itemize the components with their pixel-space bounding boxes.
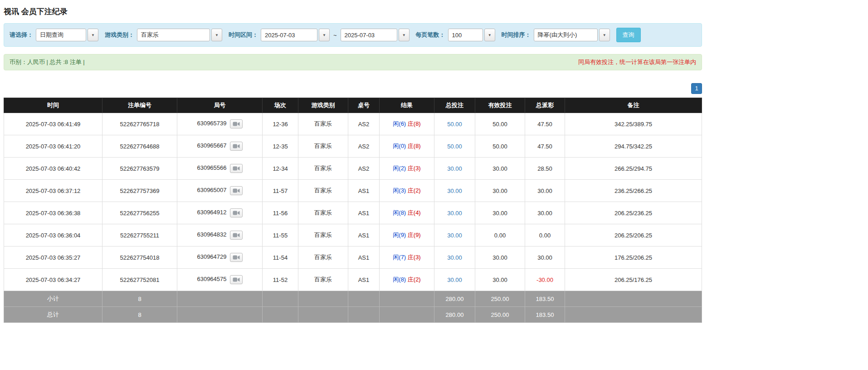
cell-total-bet: 50.00 <box>434 135 475 158</box>
cell-table-number: AS1 <box>348 224 380 247</box>
video-replay-button[interactable] <box>230 253 243 262</box>
cell-table-number: AS2 <box>348 135 380 158</box>
page-title: 视讯 会员下注纪录 <box>4 4 702 23</box>
result-banker: 庄(4) <box>408 209 421 216</box>
cell-table-number: AS2 <box>348 113 380 135</box>
cell-game-type: 百家乐 <box>298 202 348 224</box>
cell-round: 630965007 <box>177 180 263 202</box>
chevron-down-icon[interactable]: ▼ <box>484 29 495 41</box>
cell-table-number: AS1 <box>348 180 380 202</box>
cell-bet-id: 522627757369 <box>102 180 177 202</box>
total-bet-link[interactable]: 30.00 <box>447 276 462 283</box>
cell-game-type: 百家乐 <box>298 180 348 202</box>
page-button-1[interactable]: 1 <box>691 83 702 94</box>
video-replay-button[interactable] <box>230 231 243 240</box>
cell-result: 闲(2) 庄(3) <box>380 158 434 180</box>
cell-result: 闲(0) 庄(8) <box>380 135 434 158</box>
video-replay-button[interactable] <box>230 186 243 195</box>
cell-result: 闲(7) 庄(3) <box>380 247 434 269</box>
game-type-select[interactable]: 百家乐 ▼ <box>137 29 222 41</box>
chevron-down-icon[interactable]: ▼ <box>211 29 222 41</box>
total-bet-link[interactable]: 50.00 <box>447 121 462 128</box>
page-size-value[interactable]: 100 <box>448 29 483 41</box>
cell-time: 2025-07-03 06:34:27 <box>4 269 102 291</box>
cell-time: 2025-07-03 06:41:20 <box>4 135 102 158</box>
video-camera-icon <box>233 255 240 260</box>
date-from-picker[interactable]: 2025-07-03 ▼ <box>261 29 330 41</box>
total-bet-link[interactable]: 30.00 <box>447 210 462 217</box>
video-replay-button[interactable] <box>230 119 243 128</box>
cell-remark: 266.25/294.75 <box>565 158 702 180</box>
search-button[interactable]: 查询 <box>616 28 641 42</box>
date-to-picker[interactable]: 2025-07-03 ▼ <box>341 29 410 41</box>
summary-payout: 183.50 <box>525 291 565 307</box>
cell-payout: 30.00 <box>525 202 565 224</box>
cell-result: 闲(8) 庄(2) <box>380 269 434 291</box>
total-bet-link[interactable]: 50.00 <box>447 143 462 150</box>
cell-valid-bet: 30.00 <box>475 180 525 202</box>
date-to-value[interactable]: 2025-07-03 <box>341 29 397 41</box>
time-sort-select[interactable]: 降幂(由大到小) ▼ <box>534 29 610 41</box>
total-bet-link[interactable]: 30.00 <box>447 232 462 239</box>
cell-round: 630965566 <box>177 158 263 180</box>
result-player: 闲(3) <box>393 187 406 194</box>
result-banker: 庄(3) <box>408 165 421 172</box>
date-from-value[interactable]: 2025-07-03 <box>261 29 317 41</box>
summary-label: 总计 <box>4 307 102 323</box>
total-bet-link[interactable]: 30.00 <box>447 165 462 172</box>
cell-session: 12-34 <box>263 158 298 180</box>
page-size-group: 每页笔数： 100 ▼ <box>416 29 495 41</box>
summary-left-text: 币别：人民币 | 总共 :8 注单 | <box>10 58 85 66</box>
video-camera-icon <box>233 277 240 282</box>
time-sort-label: 时间排序： <box>502 31 531 39</box>
round-number: 630965667 <box>197 142 226 149</box>
page-size-select[interactable]: 100 ▼ <box>448 29 495 41</box>
result-banker: 庄(8) <box>408 143 421 149</box>
chevron-down-icon[interactable]: ▼ <box>88 29 98 41</box>
cell-session: 11-52 <box>263 269 298 291</box>
page-size-label: 每页笔数： <box>416 31 445 39</box>
table-header-row: 时间注单编号局号场次游戏类别桌号结果总投注有效投注总派彩备注 <box>4 98 702 113</box>
total-bet-link[interactable]: 30.00 <box>447 187 462 194</box>
video-replay-button[interactable] <box>230 164 243 173</box>
cell-valid-bet: 30.00 <box>475 247 525 269</box>
column-header: 局号 <box>177 98 263 113</box>
total-bet-link[interactable]: 30.00 <box>447 254 462 261</box>
round-number: 630965566 <box>197 164 226 171</box>
result-banker: 庄(9) <box>408 232 421 238</box>
cell-remark: 342.25/389.75 <box>565 113 702 135</box>
cell-result: 闲(6) 庄(8) <box>380 113 434 135</box>
query-type-select[interactable]: 日期查询 ▼ <box>36 29 98 41</box>
result-player: 闲(8) <box>393 209 406 216</box>
result-player: 闲(7) <box>393 254 406 261</box>
game-type-label: 游戏类别： <box>105 31 134 39</box>
cell-remark: 294.75/342.25 <box>565 135 702 158</box>
cell-valid-bet: 30.00 <box>475 269 525 291</box>
summary-count: 8 <box>102 307 177 323</box>
column-header: 场次 <box>263 98 298 113</box>
result-banker: 庄(3) <box>408 254 421 261</box>
tilde-separator: ~ <box>333 32 337 39</box>
summary-valid-bet: 250.00 <box>475 307 525 323</box>
cell-table-number: AS2 <box>348 158 380 180</box>
result-player: 闲(0) <box>393 143 406 149</box>
table-row: 2025-07-03 06:36:38522627756255630964912… <box>4 202 702 224</box>
cell-payout: -30.00 <box>525 269 565 291</box>
video-replay-button[interactable] <box>230 142 243 151</box>
chevron-down-icon[interactable]: ▼ <box>399 29 410 41</box>
time-sort-value[interactable]: 降幂(由大到小) <box>534 29 598 41</box>
cell-game-type: 百家乐 <box>298 269 348 291</box>
cell-remark: 176.25/206.25 <box>565 247 702 269</box>
summary-total-bet: 280.00 <box>434 307 475 323</box>
video-camera-icon <box>233 210 240 216</box>
chevron-down-icon[interactable]: ▼ <box>319 29 330 41</box>
video-replay-button[interactable] <box>230 275 243 284</box>
cell-game-type: 百家乐 <box>298 113 348 135</box>
query-type-value[interactable]: 日期查询 <box>36 29 86 41</box>
result-banker: 庄(2) <box>408 276 421 283</box>
chevron-down-icon[interactable]: ▼ <box>599 29 610 41</box>
game-type-value[interactable]: 百家乐 <box>137 29 210 41</box>
video-replay-button[interactable] <box>230 208 243 217</box>
total-row: 总计8280.00250.00183.50 <box>4 307 702 323</box>
cell-round: 630964832 <box>177 224 263 247</box>
